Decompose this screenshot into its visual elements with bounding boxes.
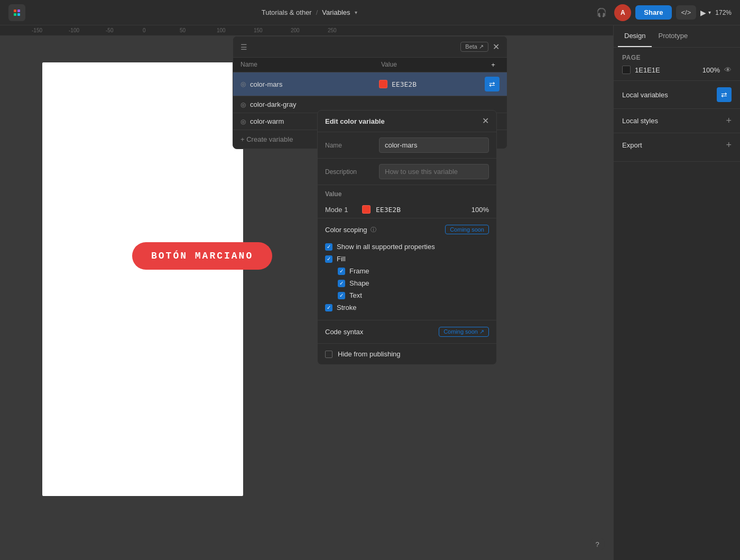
page-color-opacity: 100% [702,66,720,74]
export-section: Export + [614,133,740,162]
value-opacity: 100% [471,206,489,214]
page-color-swatch[interactable] [622,66,631,74]
description-input[interactable] [379,164,489,179]
svg-rect-0 [14,10,16,12]
value-section-title: Value [318,185,496,201]
variable-hex: EE3E2B [392,80,417,88]
edit-panel-title: Edit color variable [325,117,385,125]
file-dropdown-icon[interactable]: ▾ [355,10,357,15]
code-syntax-title: Code syntax [325,328,363,336]
page-section: Page 1E1E1E 100% 👁 [614,48,740,81]
ruler-mark: 150 [254,27,263,33]
variable-edit-button[interactable]: ⇄ [485,77,500,91]
beta-label: Beta ↗ [465,43,484,50]
local-styles-title: Local styles [622,117,658,125]
play-button[interactable]: ▶ ▾ [700,8,711,17]
tab-design[interactable]: Design [618,25,652,47]
variables-close-button[interactable]: ✕ [493,43,500,51]
local-styles-add-button[interactable]: + [726,115,732,126]
checkbox-stroke[interactable]: ✓ Stroke [325,301,489,314]
col-add-header[interactable]: + [487,61,500,69]
project-name[interactable]: Tutorials & other [262,8,312,16]
checkbox-frame-box[interactable]: ✓ [338,268,345,275]
ruler-mark: 100 [217,27,226,33]
page-section-header: Page [622,54,732,61]
ruler-mark: 50 [180,27,186,33]
value-mode-row: Mode 1 EE3E2B 100% [318,201,496,218]
info-icon[interactable]: ⓘ [371,226,376,234]
checkbox-text-box[interactable]: ✓ [338,292,345,299]
scoping-title: Color scoping [325,226,367,234]
eye-icon[interactable]: 👁 [724,66,732,74]
variable-name: color-mars [250,80,379,88]
variables-header-left: ☰ [240,43,247,51]
checkbox-shape-box[interactable]: ✓ [338,280,345,287]
checkbox-text[interactable]: ✓ Text [325,289,489,301]
page-color-row: 1E1E1E 100% 👁 [622,66,732,74]
local-styles-section: Local styles + [614,109,740,133]
variable-row-color-mars[interactable]: ◎ color-mars EE3E2B ⇄ [233,72,507,96]
page-section-title: Page [622,54,641,61]
local-variables-icon-button[interactable]: ⇄ [717,87,732,102]
svg-rect-3 [17,13,20,16]
topbar-breadcrumb: Tutorials & other / Variables ▾ [262,8,357,16]
variable-icon: ◎ [240,118,246,125]
checkbox-stroke-box[interactable]: ✓ [325,304,332,311]
col-value-header: Value [381,61,487,69]
beta-badge[interactable]: Beta ↗ [460,42,488,52]
description-field-row: Description [318,159,496,185]
canvas-area[interactable]: -150 -100 -50 0 50 100 150 200 250 BOTÓN… [0,25,613,560]
panel-sidebar-icon[interactable]: ☰ [240,43,247,51]
right-panel-bottom [614,162,740,560]
local-variables-section: Local variables ⇄ [614,81,740,109]
avatar[interactable]: A [614,4,631,21]
mode-label: Mode 1 [325,206,357,214]
checkbox-fill-box[interactable]: ✓ [325,255,332,263]
variable-icon: ◎ [240,80,246,88]
checkbox-show-all[interactable]: ✓ Show in all supported properties [325,241,489,253]
ruler-mark: -150 [32,27,42,33]
coming-soon-badge: Coming soon [445,225,489,234]
tab-prototype[interactable]: Prototype [652,25,694,47]
checkbox-shape[interactable]: ✓ Shape [325,277,489,289]
ruler-mark: 0 [143,27,146,33]
checkbox-show-all-label: Show in all supported properties [337,243,435,251]
right-panel: Design Prototype Page 1E1E1E 100% 👁 Loca… [613,25,740,560]
share-button[interactable]: Share [635,5,671,20]
code-button[interactable]: </> [676,5,697,20]
code-syntax-section: Code syntax Coming soon ↗ [318,320,496,344]
color-swatch[interactable] [379,80,387,88]
headphone-icon[interactable]: 🎧 [593,4,610,21]
ruler-mark: -100 [69,27,79,33]
svg-rect-1 [17,10,20,12]
help-button[interactable]: ? [590,537,605,552]
main-layout: -150 -100 -50 0 50 100 150 200 250 BOTÓN… [0,25,740,560]
variable-icon: ◎ [240,101,246,108]
ruler-mark: -50 [106,27,113,33]
code-syntax-badge-label: Coming soon ↗ [443,328,484,335]
figma-menu-button[interactable] [8,4,25,21]
file-name[interactable]: Variables [322,8,350,16]
checkbox-fill[interactable]: ✓ Fill [325,253,489,265]
zoom-level[interactable]: 172% [715,9,732,16]
checkbox-show-all-box[interactable]: ✓ [325,243,332,251]
code-syntax-coming-soon[interactable]: Coming soon ↗ [439,327,489,337]
boton-marciano: BOTÓN MARCIANO [132,242,272,270]
ruler-mark: 250 [328,27,337,33]
variables-panel-header: ☰ Beta ↗ ✕ [233,36,507,58]
scoping-header: Color scoping ⓘ Coming soon [325,225,489,234]
edit-color-variable-panel: Edit color variable ✕ Name Description V… [317,110,497,365]
export-title: Export [622,141,642,149]
create-variable-label: + Create variable [240,135,293,143]
scoping-title-row: Color scoping ⓘ [325,226,376,234]
value-color-swatch[interactable] [362,205,371,214]
name-field-row: Name [318,132,496,159]
hide-publish-checkbox[interactable] [325,351,332,358]
name-input[interactable] [379,137,489,153]
checkbox-frame[interactable]: ✓ Frame [325,265,489,277]
edit-panel-header: Edit color variable ✕ [318,111,496,132]
edit-panel-close-button[interactable]: ✕ [482,117,489,125]
design-frame [42,62,243,496]
ruler-top: -150 -100 -50 0 50 100 150 200 250 [0,25,613,36]
export-add-button[interactable]: + [726,140,732,151]
